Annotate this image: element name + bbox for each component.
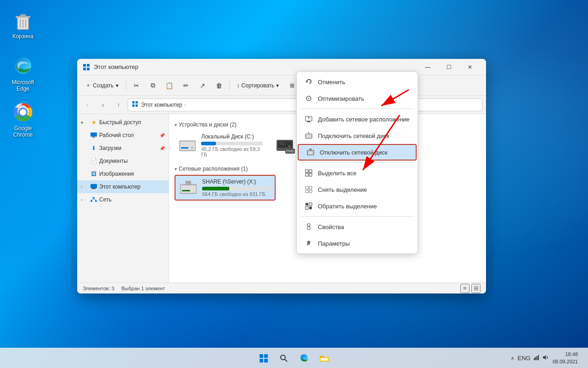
sort-button[interactable]: ↕ Сортировать ▾ [232,78,284,93]
star-icon: ★ [90,119,97,126]
status-right: ≡ ⊞ [460,284,481,293]
menu-item-undo[interactable]: Отменить [297,74,418,90]
start-button[interactable] [254,349,273,368]
back-button[interactable]: ‹ [81,98,94,111]
toolbar-separator-2 [229,81,230,90]
close-button[interactable]: ✕ [459,59,481,75]
delete-button[interactable]: 🗑 [212,78,226,93]
svg-rect-55 [305,170,308,172]
desktop-icon-sidebar [90,132,97,139]
sort-label: Сортировать [242,82,275,89]
network-drive-item[interactable]: SHARE (\\Server) (X:) 564 ГБ свободно из… [175,175,276,201]
section2-chevron: ▾ [175,167,177,172]
svg-point-36 [288,145,290,147]
network-tray-icon[interactable] [533,354,540,362]
cut-button[interactable]: ✂ [129,78,144,93]
share-button[interactable]: ↗ [195,78,210,93]
menu-item-invert[interactable]: Обратить выделение [297,198,418,214]
copy-button[interactable]: ⧉ [146,78,160,93]
show-desktop-button[interactable] [582,349,584,368]
quick-access-label: Быстрый доступ [99,119,141,126]
menu-item-select-all[interactable]: Выделить все [297,165,418,181]
drive-dvd-icon: DVD [276,138,294,153]
ms-edge-image [12,55,34,77]
sidebar-item-network[interactable]: › Сеть [77,193,169,206]
deselect-label: Снять выделение [318,186,367,193]
pin-icon-2: 📌 [159,146,165,151]
svg-rect-16 [132,104,135,107]
language-indicator[interactable]: ENG [518,355,531,362]
date-display: 08.09.2021 [553,358,578,365]
svg-rect-2 [20,14,26,17]
menu-item-deselect[interactable]: Снять выделение [297,181,418,198]
svg-rect-60 [309,186,312,189]
menu-item-connect-drive[interactable]: Подключить сетевой диск [297,127,418,144]
svg-rect-74 [264,354,268,358]
drive-c-name: Локальный Диск (C:) [201,133,263,140]
menu-item-optimize[interactable]: Оптимизировать [297,90,418,107]
minimize-button[interactable]: — [417,59,438,75]
recycle-bin-icon[interactable]: Корзина [5,9,41,40]
sidebar-item-this-pc[interactable]: › Этот компьютер [77,180,169,193]
taskbar-clock[interactable]: 18:48 08.09.2021 [553,351,578,365]
taskbar-explorer-button[interactable] [315,349,334,368]
pin-icon: 📌 [159,133,165,138]
sidebar-item-quick-access[interactable]: ▾ ★ Быстрый доступ [77,116,169,129]
path-text: Этот компьютер [141,102,182,108]
paste-button[interactable]: 📋 [162,78,177,93]
sidebar-item-images[interactable]: 🖼 Изображения [77,167,169,180]
drive-c-bar [201,142,216,145]
properties-icon [304,222,313,231]
maximize-button[interactable]: ☐ [438,59,459,75]
tile-view-button[interactable]: ⊞ [471,284,481,293]
up-button[interactable]: ↑ [112,98,125,111]
expand-icon: ▾ [81,120,88,125]
svg-rect-64 [309,203,312,206]
sort-chevron-icon: ▾ [276,82,279,89]
menu-item-disconnect-drive[interactable]: Отключить сетевой диск [298,144,417,161]
taskbar-edge-button[interactable] [295,349,313,368]
sidebar-item-documents[interactable]: 📄 Документы [77,155,169,167]
svg-rect-38 [181,185,196,193]
sidebar-item-downloads[interactable]: ⬇ Загрузки 📌 [77,142,169,155]
svg-rect-85 [538,355,539,360]
images-icon: 🖼 [90,170,97,178]
list-view-button[interactable]: ≡ [460,284,469,293]
svg-rect-34 [279,143,284,143]
google-chrome-label: Google Chrome [5,125,41,138]
menu-item-properties[interactable]: Свойства [297,218,418,235]
drive-c-item[interactable]: Локальный Диск (C:) 45,2 ГБ свободно из … [175,131,266,160]
window-controls: — ☐ ✕ [417,59,481,75]
rename-button[interactable]: ✏ [179,78,193,93]
menu-separator-2 [300,162,414,163]
disconnect-drive-icon [306,148,315,157]
toolbar-separator-1 [126,81,126,90]
dvd-badge: DVD [285,149,295,154]
deselect-icon [304,185,313,194]
documents-label: Документы [99,158,128,164]
google-chrome-icon[interactable]: Google Chrome [5,101,41,138]
path-arrow: › [184,102,186,108]
menu-item-settings[interactable]: Параметры [297,235,418,252]
explorer-window: Этот компьютер — ☐ ✕ ＋ Создать ▾ ✂ ⧉ 📋 ✏… [77,59,486,293]
network-drive-icon [179,180,198,195]
drive-c-size: 45,2 ГБ свободно из 59,3 ГБ [201,146,263,157]
menu-item-add-network[interactable]: Добавить сетевое расположение [297,111,418,127]
svg-rect-22 [92,188,96,189]
section1-title: Устройства и диски (2) [179,121,237,128]
svg-rect-15 [136,101,138,104]
downloads-icon: ⬇ [90,144,97,152]
svg-rect-62 [309,190,312,193]
create-button[interactable]: ＋ Создать ▾ [81,78,123,93]
optimize-icon [304,94,313,103]
system-tray-expand[interactable]: ∧ [511,356,514,361]
sidebar-item-desktop[interactable]: Рабочий стол 📌 [77,129,169,142]
svg-line-26 [91,199,94,200]
svg-rect-66 [309,207,312,209]
forward-button[interactable]: › [96,98,109,111]
ms-edge-icon[interactable]: Microsoft Edge [5,55,41,92]
volume-tray-icon[interactable] [543,354,549,362]
recycle-bin-image [12,9,34,31]
taskbar-search-button[interactable] [275,349,293,368]
network-label: Сеть [99,196,112,203]
